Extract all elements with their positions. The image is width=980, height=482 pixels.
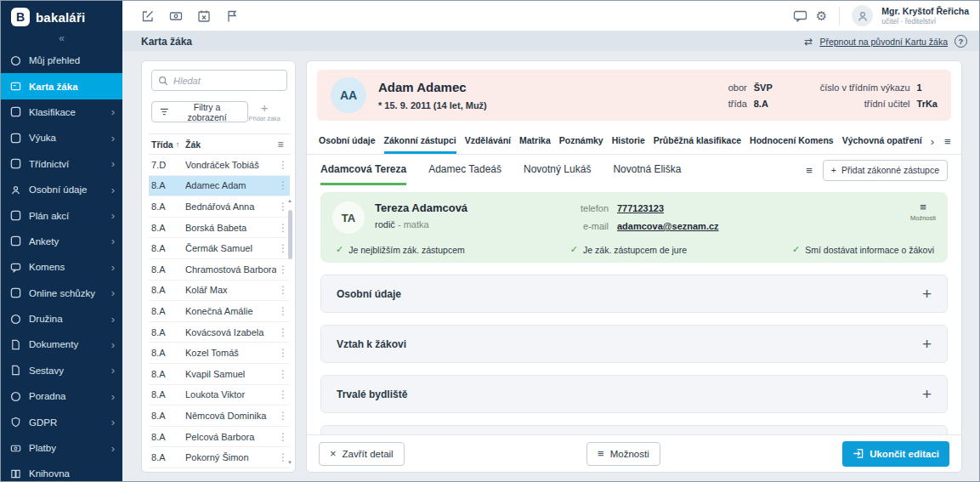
student-row[interactable]: 8.APelcová Barbora⋮ [149, 427, 290, 448]
student-row[interactable]: 7.DVondráček Tobiáš⋮ [149, 155, 290, 176]
filters-button[interactable]: Filtry a zobrazení [151, 101, 248, 122]
tabs-overflow: › ≡ [931, 129, 951, 154]
divider [839, 7, 840, 26]
student-row[interactable]: 8.A⋮ [149, 468, 290, 472]
sidebar-item-klasifikace[interactable]: Klasifikace › [1, 99, 122, 125]
sidebar-item-ankety[interactable]: Ankety › [1, 229, 122, 254]
guardian-tab-novotny-lukas[interactable]: Novotný Lukáš [524, 155, 591, 185]
gear-icon[interactable]: ⚙ [816, 9, 827, 24]
student-row[interactable]: 8.AKozel Tomáš⋮ [149, 343, 290, 364]
sidebar-item-tridnictvi[interactable]: Třídnictví › [1, 151, 122, 177]
sidebar-item-knihovna[interactable]: Knihovna [1, 461, 122, 481]
sidebar-item-online-schuzky[interactable]: Online schůzky › [1, 281, 122, 306]
expand-icon[interactable]: + [922, 385, 932, 404]
switch-to-original-link[interactable]: Přepnout na původní Kartu žáka [819, 37, 948, 47]
sidebar-item-sestavy[interactable]: Sestavy › [1, 358, 122, 383]
student-row[interactable]: 8.AKvapil Samuel⋮ [149, 364, 290, 385]
list-controls: Filtry a zobrazení + Přidat žáka [149, 101, 290, 122]
guardian-tab-adamcova-tereza[interactable]: Adamcová Tereza [320, 155, 406, 185]
absence-icon[interactable] [197, 9, 211, 23]
tab-hodnoceni-komens[interactable]: Hodnocení Komens [750, 129, 834, 154]
add-guardian-button[interactable]: + Přidat zákonné zástupce [823, 160, 948, 181]
user-info[interactable]: Mgr. Kryštof Řeřicha učitel · ředitelstv… [881, 7, 969, 26]
student-row[interactable]: 8.AChramostová Barbora⋮ [149, 259, 290, 281]
student-row[interactable]: 8.ABorská Babeta⋮ [149, 218, 290, 239]
tab-historie[interactable]: Historie [612, 129, 645, 154]
guardian-options-button[interactable]: ≡ Možnosti [910, 201, 936, 222]
section-vztah-k-zakovi[interactable]: Vztah k žákovi + [320, 325, 948, 363]
flag-label: Je nejbližším zák. zástupcem [348, 245, 465, 255]
sidebar-item-plan-akci[interactable]: Plán akcí › [1, 202, 122, 228]
student-row[interactable]: 8.ALoukota Viktor⋮ [149, 385, 290, 406]
options-button[interactable]: ≡ Možnosti [586, 442, 660, 466]
email-link[interactable]: adamcova@seznam.cz [617, 221, 719, 231]
sidebar-collapse-icon[interactable]: « [1, 33, 122, 46]
sidebar-item-poradna[interactable]: Poradna › [1, 383, 122, 409]
expand-icon[interactable]: + [922, 285, 932, 303]
check-icon: ✓ [792, 244, 800, 255]
tab-prubezna-klasifikace[interactable]: Průběžná klasifikace [654, 129, 741, 154]
section-partial[interactable] [320, 425, 948, 434]
add-student-button[interactable]: + Přidat žáka [248, 101, 280, 122]
tab-matrika[interactable]: Matrika [519, 129, 551, 154]
section-osobni-udaje[interactable]: Osobní údaje + [320, 275, 948, 313]
row-name: Kvapil Samuel [185, 369, 276, 379]
tabs-next-icon[interactable]: › [931, 135, 934, 148]
student-row-selected[interactable]: 8.AAdamec Adam⋮ [149, 176, 290, 197]
sidebar-item-vyuka[interactable]: Výuka › [1, 125, 122, 150]
help-icon[interactable]: ? [955, 35, 967, 48]
student-card-icon [10, 81, 21, 92]
chat-icon[interactable] [793, 9, 807, 23]
column-header-student[interactable]: Žák [185, 139, 274, 150]
expand-icon[interactable]: + [922, 335, 932, 354]
row-menu-icon[interactable]: ⋮ [276, 159, 290, 171]
student-row[interactable]: 8.ANěmcová Dominika⋮ [149, 405, 290, 427]
sidebar-item-gdpr[interactable]: GDPR › [1, 409, 122, 434]
tab-vychovna-opatreni[interactable]: Výchovná opatření [842, 129, 922, 154]
chevron-right-icon: › [111, 313, 115, 326]
scroll-up-icon[interactable]: ▲ [287, 198, 292, 203]
guardian-tab-adamec-tadeas[interactable]: Adamec Tadeáš [428, 155, 501, 185]
student-row[interactable]: 8.ABednářová Anna⋮ [149, 196, 290, 218]
phone-label: telefon [558, 203, 609, 213]
sidebar-item-druzina[interactable]: Družina › [1, 306, 122, 332]
payment-icon[interactable] [169, 9, 183, 23]
guardian-tab-novotna-eliska[interactable]: Novotná Eliška [613, 155, 681, 185]
scrollbar-thumb[interactable] [288, 210, 292, 259]
finish-editing-button[interactable]: Ukončit editaci [842, 441, 949, 467]
list-scrollbar[interactable]: ▲ ▼ [286, 198, 294, 465]
scroll-down-icon[interactable]: ▼ [287, 460, 292, 465]
section-trvale-bydliste[interactable]: Trvalé bydliště + [320, 375, 948, 413]
user-avatar[interactable] [852, 5, 873, 26]
tab-zakonni-zastupci[interactable]: Zákonní zástupci [384, 129, 456, 154]
close-detail-button[interactable]: × Zavřít detail [319, 442, 405, 466]
edit-icon[interactable] [141, 9, 155, 23]
row-menu-icon[interactable]: ⋮ [276, 179, 290, 191]
sidebar-item-muj-prehled[interactable]: Můj přehled [1, 48, 122, 73]
sidebar-item-platby[interactable]: Platby › [1, 435, 122, 461]
sidebar-item-osobni-udaje[interactable]: Osobní údaje › [1, 177, 122, 202]
user-name: Mgr. Kryštof Řeřicha [881, 7, 969, 16]
student-row[interactable]: 8.APokorný Šimon⋮ [149, 447, 290, 468]
guardian-tabs-right: ≡ + Přidat zákonné zástupce [806, 160, 948, 181]
guardian-list-menu-icon[interactable]: ≡ [806, 164, 813, 177]
options-menu-icon: ≡ [920, 201, 926, 213]
phone-link[interactable]: 777123123 [617, 203, 719, 213]
sidebar-item-komens[interactable]: Komens › [1, 254, 122, 280]
student-row[interactable]: 8.AKolář Max⋮ [149, 281, 290, 302]
student-row[interactable]: 8.AČermák Samuel⋮ [149, 238, 290, 259]
sidebar-item-dokumenty[interactable]: Dokumenty › [1, 332, 122, 357]
sidebar-item-karta-zaka[interactable]: Karta žáka [1, 73, 122, 99]
close-detail-label: Zavřít detail [343, 449, 394, 459]
student-row[interactable]: 8.AKovácsová Izabela⋮ [149, 322, 290, 343]
tab-poznamky[interactable]: Poznámky [559, 129, 603, 154]
search-input[interactable] [173, 76, 280, 86]
student-row[interactable]: 8.AKonečná Amálie⋮ [149, 301, 290, 322]
tab-vzdelavani[interactable]: Vzdělávání [465, 129, 511, 154]
column-header-class[interactable]: Třída ↑ [151, 139, 185, 150]
tabs-menu-icon[interactable]: ≡ [944, 135, 951, 148]
list-menu-icon[interactable]: ≡ [274, 139, 287, 150]
flag-icon[interactable] [225, 9, 239, 23]
sidebar-item-label: Klasifikace [29, 107, 76, 117]
tab-osobni-udaje[interactable]: Osobní údaje [319, 129, 376, 154]
